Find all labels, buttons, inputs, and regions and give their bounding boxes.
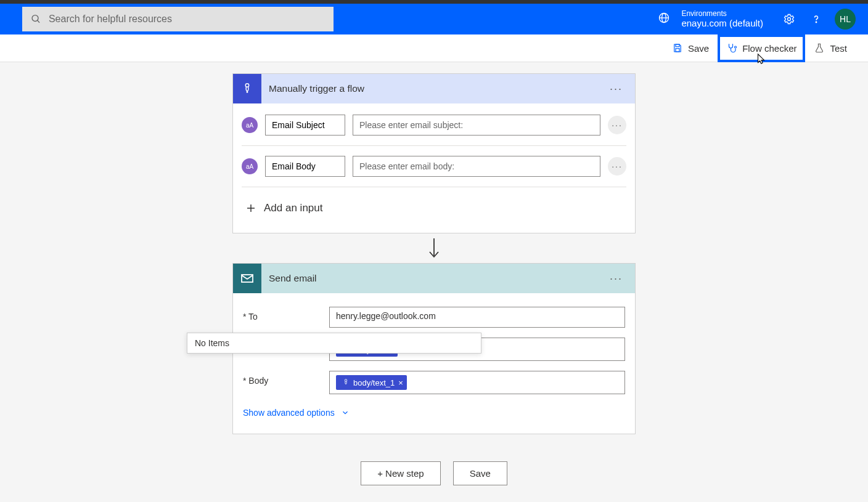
search-input[interactable] xyxy=(49,14,325,25)
svg-point-11 xyxy=(247,91,248,93)
trigger-header[interactable]: Manually trigger a flow ··· xyxy=(233,74,635,103)
trigger-card: Manually trigger a flow ··· aA Email Sub… xyxy=(232,73,636,233)
user-avatar[interactable]: HL xyxy=(835,9,856,30)
top-nav: Environments enayu.com (default) HL xyxy=(0,0,868,34)
mail-icon xyxy=(233,264,261,293)
advanced-options-toggle[interactable]: Show advanced options xyxy=(233,399,635,429)
action-header[interactable]: Send email ··· xyxy=(233,264,635,293)
save-button[interactable]: Save xyxy=(663,34,718,62)
env-name: enayu.com (default) xyxy=(681,18,763,29)
autosuggest-dropdown[interactable]: No Items xyxy=(187,333,481,354)
flask-icon xyxy=(814,43,825,54)
trigger-title: Manually trigger a flow xyxy=(261,83,606,94)
input-prompt-field[interactable]: Please enter email subject: xyxy=(353,115,600,136)
token-flow-icon xyxy=(340,376,352,389)
svg-point-17 xyxy=(345,379,347,382)
token-remove-icon[interactable]: × xyxy=(398,378,403,387)
svg-rect-7 xyxy=(676,44,679,47)
flow-canvas: Manually trigger a flow ··· aA Email Sub… xyxy=(0,62,868,502)
action-title: Send email xyxy=(261,273,606,284)
advanced-options-label: Show advanced options xyxy=(243,408,335,418)
action-more-icon[interactable]: ··· xyxy=(606,272,626,285)
trigger-more-icon[interactable]: ··· xyxy=(606,83,626,95)
save-label: Save xyxy=(688,43,709,54)
trigger-icon xyxy=(233,74,261,103)
svg-point-0 xyxy=(32,15,38,22)
add-input-label: Add an input xyxy=(264,202,322,214)
input-row-more-icon[interactable]: ··· xyxy=(608,116,626,134)
test-button[interactable]: Test xyxy=(805,34,856,62)
chevron-down-icon xyxy=(341,408,350,417)
svg-point-10 xyxy=(245,84,249,87)
environment-selector[interactable]: Environments enayu.com (default) xyxy=(658,9,763,29)
search-icon xyxy=(31,14,41,25)
toolbar: Save Flow checker Test xyxy=(0,34,868,62)
body-label: * Body xyxy=(243,371,329,386)
body-row: * Body body/text_1 × xyxy=(233,366,635,399)
trigger-input-row: aA Email Subject Please enter email subj… xyxy=(233,108,635,142)
plus-icon xyxy=(245,203,256,214)
input-row-more-icon[interactable]: ··· xyxy=(608,157,626,176)
svg-point-9 xyxy=(735,46,737,48)
token-text: body/text_1 xyxy=(353,378,395,387)
input-name-field[interactable]: Email Body xyxy=(265,156,345,177)
to-input[interactable]: henry.legge@outlook.com xyxy=(329,307,625,328)
new-step-button[interactable]: + New step xyxy=(361,461,440,485)
settings-icon[interactable] xyxy=(776,6,803,33)
globe-icon xyxy=(658,12,670,26)
dynamic-token[interactable]: body/text_1 × xyxy=(336,375,407,390)
flow-checker-label: Flow checker xyxy=(742,43,796,54)
svg-point-6 xyxy=(816,22,816,22)
save-icon xyxy=(672,43,683,54)
body-input[interactable]: body/text_1 × xyxy=(329,371,625,394)
input-name-field[interactable]: Email Subject xyxy=(265,115,345,136)
to-label: * To xyxy=(243,307,329,322)
trigger-input-row: aA Email Body Please enter email body: ·… xyxy=(233,150,635,183)
search-box[interactable] xyxy=(22,7,334,31)
connector-arrow xyxy=(425,233,443,263)
svg-line-1 xyxy=(38,20,40,23)
help-icon[interactable] xyxy=(803,6,830,33)
to-row: * To henry.legge@outlook.com xyxy=(233,302,635,333)
save-flow-button[interactable]: Save xyxy=(453,461,507,485)
stethoscope-icon xyxy=(726,43,737,54)
svg-point-5 xyxy=(788,18,791,21)
env-label: Environments xyxy=(681,9,763,18)
text-type-icon: aA xyxy=(242,158,258,174)
add-input-button[interactable]: Add an input xyxy=(233,191,635,228)
flow-checker-button[interactable]: Flow checker xyxy=(718,34,805,62)
test-label: Test xyxy=(830,43,847,54)
svg-rect-8 xyxy=(676,49,679,52)
text-type-icon: aA xyxy=(242,117,258,133)
bottom-actions: + New step Save xyxy=(361,461,507,485)
input-prompt-field[interactable]: Please enter email body: xyxy=(353,156,600,177)
